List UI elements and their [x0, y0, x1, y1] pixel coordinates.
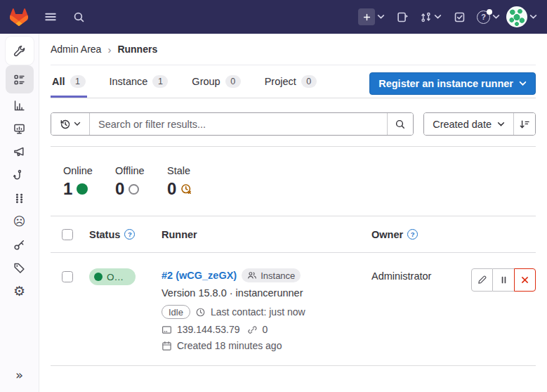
sidebar-item-abuse-reports[interactable]: ☹	[6, 210, 34, 233]
tab-group[interactable]: Group 0	[190, 65, 242, 98]
search-submit-button[interactable]	[387, 113, 413, 135]
status-badge: Onli...	[89, 268, 136, 285]
key-icon	[13, 239, 25, 251]
runner-stats: Online 1 Offline 0 Stale 0	[51, 147, 536, 216]
sidebar-item-applications[interactable]	[6, 187, 34, 210]
new-menu-button[interactable]	[358, 8, 385, 25]
runner-actions	[464, 268, 536, 292]
help-menu-button[interactable]: ?	[477, 11, 500, 24]
chevron-down-icon	[74, 122, 81, 126]
tab-project[interactable]: Project 0	[263, 65, 318, 98]
runner-tabs: All 1 Instance 1 Group 0 Project 0 Regis…	[51, 65, 536, 98]
hamburger-icon	[44, 11, 57, 23]
offline-circle-icon	[128, 184, 139, 195]
runner-header-label: Runner	[162, 229, 197, 240]
user-menu-button[interactable]	[506, 6, 537, 27]
sort-group: Created date	[423, 112, 536, 136]
hamburger-menu-button[interactable]	[39, 6, 62, 28]
breadcrumb-current-page: Runners	[117, 44, 157, 55]
plus-icon	[358, 8, 375, 25]
runner-type-badge: Instance	[242, 268, 301, 282]
stale-clock-icon	[180, 183, 192, 195]
breadcrumb-admin-area[interactable]: Admin Area	[51, 44, 101, 55]
runner-summary-cell: #2 (wCG_zeGX) Instance Version 15.8.0 · …	[162, 268, 371, 351]
global-search-button[interactable]	[67, 6, 90, 28]
sidebar-item-messages[interactable]	[6, 141, 34, 164]
admin-sidebar: ☹ ⚙ »	[0, 34, 39, 392]
search-history-button[interactable]	[51, 113, 90, 135]
runner-row: Onli... #2 (wCG_zeGX) Instance Version 1…	[51, 253, 536, 366]
stat-label: Offline	[115, 165, 167, 176]
merge-request-icon	[420, 11, 432, 23]
sidebar-item-deploy-keys[interactable]	[6, 233, 34, 256]
owner-help-icon[interactable]: ?	[407, 229, 418, 240]
search-input[interactable]	[90, 113, 387, 135]
breadcrumb-separator-icon: ›	[107, 44, 111, 55]
chevron-down-icon	[377, 14, 385, 20]
sort-by-dropdown[interactable]: Created date	[424, 113, 513, 135]
row-select-checkbox[interactable]	[62, 271, 73, 282]
overview-list-icon	[13, 74, 25, 86]
tab-count-badge: 1	[70, 75, 86, 88]
delete-runner-button[interactable]	[514, 268, 536, 292]
tab-label: Instance	[110, 76, 148, 87]
stat-value: 0	[167, 179, 176, 199]
tab-count-badge: 0	[225, 75, 241, 88]
created-ago-text: Created 18 minutes ago	[177, 340, 282, 351]
stat-label: Stale	[167, 165, 219, 176]
sidebar-item-admin-overview[interactable]	[6, 37, 34, 65]
runner-column-header: Runner	[162, 229, 371, 240]
status-help-icon[interactable]: ?	[124, 229, 135, 240]
chevron-down-icon	[529, 14, 537, 20]
chevron-down-icon	[434, 14, 442, 20]
sidebar-item-labels[interactable]	[6, 256, 34, 280]
pause-runner-button[interactable]	[493, 268, 515, 292]
owner-cell[interactable]: Administrator	[371, 268, 464, 282]
last-contact-text: Last contact: just now	[211, 306, 305, 318]
hook-icon	[13, 169, 25, 181]
clock-icon	[195, 307, 206, 318]
owner-column-header: Owner ?	[371, 229, 464, 240]
tab-instance[interactable]: Instance 1	[108, 65, 170, 98]
stat-offline: Offline 0	[115, 165, 167, 199]
sidebar-item-settings[interactable]: ⚙	[6, 280, 34, 303]
breadcrumb: Admin Area › Runners	[51, 34, 536, 65]
sort-direction-button[interactable]	[513, 113, 535, 135]
sidebar-item-system-hooks[interactable]	[6, 164, 34, 187]
sidebar-item-monitoring[interactable]	[6, 117, 34, 141]
notification-dot	[487, 9, 492, 15]
register-instance-runner-button[interactable]: Register an instance runner	[369, 72, 536, 95]
tab-count-badge: 0	[301, 75, 317, 88]
runners-table-header: Status ? Runner Owner ?	[51, 216, 536, 253]
online-dot-icon	[94, 273, 103, 281]
frown-face-icon: ☹	[13, 216, 26, 228]
people-icon	[247, 270, 257, 280]
runner-link[interactable]: #2 (wCG_zeGX)	[162, 270, 237, 281]
double-chevron-right-icon: »	[15, 367, 23, 382]
link-icon	[247, 325, 258, 335]
sidebar-item-overview[interactable]	[6, 65, 34, 93]
edit-runner-button[interactable]	[471, 268, 493, 292]
status-column-header: Status ?	[89, 229, 162, 240]
tab-label: All	[52, 76, 65, 87]
stat-stale: Stale 0	[167, 165, 219, 199]
issues-button[interactable]	[391, 6, 414, 28]
tab-all[interactable]: All 1	[51, 65, 87, 98]
link-count-text: 0	[263, 324, 268, 335]
runner-version-line: Version 15.8.0 · instancerunner	[162, 287, 363, 299]
online-dot-icon	[77, 183, 88, 195]
status-badge-label: Onli...	[107, 272, 128, 282]
gitlab-logo[interactable]	[10, 8, 28, 26]
filter-bar: Created date	[51, 112, 536, 136]
select-all-checkbox[interactable]	[62, 229, 73, 240]
gear-icon: ⚙	[13, 285, 25, 298]
history-clock-icon	[60, 119, 71, 130]
sidebar-expand-button[interactable]: »	[8, 364, 31, 386]
pencil-icon	[477, 275, 487, 285]
todo-list-button[interactable]	[448, 6, 470, 28]
sidebar-item-analytics[interactable]	[6, 94, 34, 117]
merge-requests-button[interactable]	[420, 11, 442, 23]
host-ip-icon	[162, 325, 172, 335]
runner-type-label: Instance	[261, 270, 295, 281]
bar-chart-icon	[13, 100, 25, 112]
